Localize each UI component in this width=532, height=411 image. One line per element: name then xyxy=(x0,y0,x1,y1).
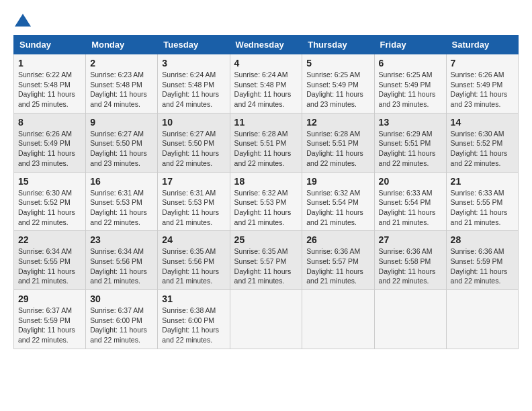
day-info: Sunrise: 6:22 AMSunset: 5:48 PMDaylight:… xyxy=(18,70,81,109)
day-info: Sunrise: 6:24 AMSunset: 5:48 PMDaylight:… xyxy=(162,70,225,109)
day-number: 8 xyxy=(18,117,81,128)
day-number: 4 xyxy=(234,58,298,68)
calendar-week-1: 1 Sunrise: 6:22 AMSunset: 5:48 PMDayligh… xyxy=(14,54,519,113)
day-number: 28 xyxy=(451,234,514,245)
day-number: 16 xyxy=(90,176,153,187)
calendar-cell: 20 Sunrise: 6:33 AMSunset: 5:54 PMDaylig… xyxy=(374,172,446,231)
calendar-cell xyxy=(230,290,302,349)
calendar-cell: 24 Sunrise: 6:35 AMSunset: 5:56 PMDaylig… xyxy=(158,231,230,290)
calendar-header-tuesday: Tuesday xyxy=(158,36,230,54)
day-info: Sunrise: 6:35 AMSunset: 5:56 PMDaylight:… xyxy=(162,246,225,286)
day-number: 11 xyxy=(234,117,298,128)
day-info: Sunrise: 6:26 AMSunset: 5:49 PMDaylight:… xyxy=(18,129,81,169)
calendar-header-sunday: Sunday xyxy=(14,36,86,54)
calendar-cell: 23 Sunrise: 6:34 AMSunset: 5:56 PMDaylig… xyxy=(86,231,158,290)
day-number: 5 xyxy=(306,58,369,68)
calendar-header-saturday: Saturday xyxy=(446,36,518,54)
day-number: 24 xyxy=(162,234,225,245)
logo xyxy=(13,13,31,24)
day-info: Sunrise: 6:37 AMSunset: 5:59 PMDaylight:… xyxy=(18,306,81,345)
day-number: 31 xyxy=(162,293,225,304)
calendar-cell: 13 Sunrise: 6:29 AMSunset: 5:51 PMDaylig… xyxy=(374,113,446,172)
day-number: 2 xyxy=(90,58,153,68)
day-number: 27 xyxy=(379,234,442,245)
calendar-cell: 10 Sunrise: 6:27 AMSunset: 5:50 PMDaylig… xyxy=(158,113,230,172)
day-info: Sunrise: 6:31 AMSunset: 5:53 PMDaylight:… xyxy=(162,188,225,228)
day-number: 9 xyxy=(90,117,153,128)
day-info: Sunrise: 6:28 AMSunset: 5:51 PMDaylight:… xyxy=(234,129,298,169)
svg-marker-0 xyxy=(15,13,31,26)
day-number: 15 xyxy=(18,176,81,187)
day-number: 21 xyxy=(451,176,514,187)
day-number: 22 xyxy=(18,234,81,245)
day-number: 13 xyxy=(379,117,442,128)
day-info: Sunrise: 6:25 AMSunset: 5:49 PMDaylight:… xyxy=(379,70,442,109)
day-number: 19 xyxy=(306,176,369,187)
calendar-week-5: 29 Sunrise: 6:37 AMSunset: 5:59 PMDaylig… xyxy=(14,290,519,349)
day-info: Sunrise: 6:27 AMSunset: 5:50 PMDaylight:… xyxy=(162,129,225,169)
calendar-week-4: 22 Sunrise: 6:34 AMSunset: 5:55 PMDaylig… xyxy=(14,231,519,290)
calendar-cell xyxy=(374,290,446,349)
calendar-cell xyxy=(302,290,374,349)
calendar-cell: 2 Sunrise: 6:23 AMSunset: 5:48 PMDayligh… xyxy=(86,54,158,113)
day-info: Sunrise: 6:37 AMSunset: 6:00 PMDaylight:… xyxy=(90,306,153,345)
calendar-cell: 1 Sunrise: 6:22 AMSunset: 5:48 PMDayligh… xyxy=(14,54,86,113)
day-info: Sunrise: 6:32 AMSunset: 5:53 PMDaylight:… xyxy=(234,188,298,228)
day-number: 12 xyxy=(306,117,369,128)
day-info: Sunrise: 6:30 AMSunset: 5:52 PMDaylight:… xyxy=(451,129,514,169)
calendar-cell: 31 Sunrise: 6:38 AMSunset: 6:00 PMDaylig… xyxy=(158,290,230,349)
calendar-week-3: 15 Sunrise: 6:30 AMSunset: 5:52 PMDaylig… xyxy=(14,172,519,231)
day-info: Sunrise: 6:28 AMSunset: 5:51 PMDaylight:… xyxy=(306,129,369,169)
calendar-header-row: SundayMondayTuesdayWednesdayThursdayFrid… xyxy=(14,36,519,54)
day-info: Sunrise: 6:35 AMSunset: 5:57 PMDaylight:… xyxy=(234,246,298,286)
day-info: Sunrise: 6:34 AMSunset: 5:55 PMDaylight:… xyxy=(18,246,81,286)
day-info: Sunrise: 6:30 AMSunset: 5:52 PMDaylight:… xyxy=(18,188,81,228)
day-number: 7 xyxy=(451,58,514,68)
calendar-cell: 3 Sunrise: 6:24 AMSunset: 5:48 PMDayligh… xyxy=(158,54,230,113)
day-number: 20 xyxy=(379,176,442,187)
calendar-cell: 5 Sunrise: 6:25 AMSunset: 5:49 PMDayligh… xyxy=(302,54,374,113)
day-info: Sunrise: 6:36 AMSunset: 5:59 PMDaylight:… xyxy=(451,246,514,286)
day-info: Sunrise: 6:23 AMSunset: 5:48 PMDaylight:… xyxy=(90,70,153,109)
day-info: Sunrise: 6:36 AMSunset: 5:58 PMDaylight:… xyxy=(379,246,442,286)
calendar-cell: 19 Sunrise: 6:32 AMSunset: 5:54 PMDaylig… xyxy=(302,172,374,231)
calendar-cell xyxy=(446,290,518,349)
day-info: Sunrise: 6:34 AMSunset: 5:56 PMDaylight:… xyxy=(90,246,153,286)
day-number: 10 xyxy=(162,117,225,128)
day-number: 25 xyxy=(234,234,298,245)
calendar-cell: 9 Sunrise: 6:27 AMSunset: 5:50 PMDayligh… xyxy=(86,113,158,172)
day-number: 30 xyxy=(90,293,153,304)
calendar-header-wednesday: Wednesday xyxy=(230,36,302,54)
calendar-cell: 11 Sunrise: 6:28 AMSunset: 5:51 PMDaylig… xyxy=(230,113,302,172)
day-number: 1 xyxy=(18,58,81,68)
day-info: Sunrise: 6:33 AMSunset: 5:55 PMDaylight:… xyxy=(451,188,514,228)
calendar-cell: 21 Sunrise: 6:33 AMSunset: 5:55 PMDaylig… xyxy=(446,172,518,231)
calendar-cell: 8 Sunrise: 6:26 AMSunset: 5:49 PMDayligh… xyxy=(14,113,86,172)
calendar-cell: 28 Sunrise: 6:36 AMSunset: 5:59 PMDaylig… xyxy=(446,231,518,290)
calendar-cell: 29 Sunrise: 6:37 AMSunset: 5:59 PMDaylig… xyxy=(14,290,86,349)
calendar-cell: 26 Sunrise: 6:36 AMSunset: 5:57 PMDaylig… xyxy=(302,231,374,290)
day-info: Sunrise: 6:31 AMSunset: 5:53 PMDaylight:… xyxy=(90,188,153,228)
calendar-cell: 15 Sunrise: 6:30 AMSunset: 5:52 PMDaylig… xyxy=(14,172,86,231)
calendar-header-friday: Friday xyxy=(374,36,446,54)
day-number: 3 xyxy=(162,58,225,68)
calendar-cell: 16 Sunrise: 6:31 AMSunset: 5:53 PMDaylig… xyxy=(86,172,158,231)
day-info: Sunrise: 6:32 AMSunset: 5:54 PMDaylight:… xyxy=(306,188,369,228)
day-number: 18 xyxy=(234,176,298,187)
day-info: Sunrise: 6:27 AMSunset: 5:50 PMDaylight:… xyxy=(90,129,153,169)
calendar-cell: 22 Sunrise: 6:34 AMSunset: 5:55 PMDaylig… xyxy=(14,231,86,290)
calendar-cell: 4 Sunrise: 6:24 AMSunset: 5:48 PMDayligh… xyxy=(230,54,302,113)
day-info: Sunrise: 6:25 AMSunset: 5:49 PMDaylight:… xyxy=(306,70,369,109)
calendar-cell: 18 Sunrise: 6:32 AMSunset: 5:53 PMDaylig… xyxy=(230,172,302,231)
page-header xyxy=(13,13,519,24)
calendar-cell: 6 Sunrise: 6:25 AMSunset: 5:49 PMDayligh… xyxy=(374,54,446,113)
calendar-cell: 12 Sunrise: 6:28 AMSunset: 5:51 PMDaylig… xyxy=(302,113,374,172)
calendar-table: SundayMondayTuesdayWednesdayThursdayFrid… xyxy=(13,35,519,349)
calendar-cell: 25 Sunrise: 6:35 AMSunset: 5:57 PMDaylig… xyxy=(230,231,302,290)
day-number: 23 xyxy=(90,234,153,245)
day-info: Sunrise: 6:24 AMSunset: 5:48 PMDaylight:… xyxy=(234,70,298,109)
day-number: 29 xyxy=(18,293,81,304)
day-number: 14 xyxy=(451,117,514,128)
calendar-header-monday: Monday xyxy=(86,36,158,54)
day-number: 26 xyxy=(306,234,369,245)
